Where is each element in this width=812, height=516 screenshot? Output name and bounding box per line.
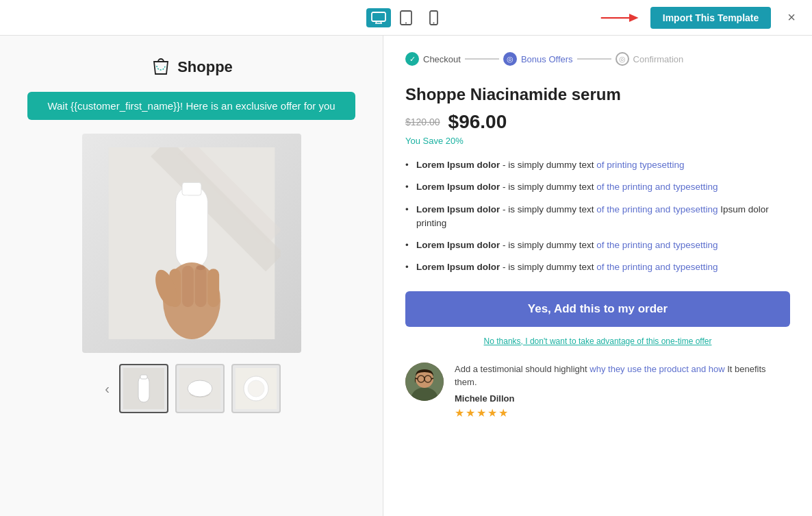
step-checkout: ✓ Checkout xyxy=(405,52,461,66)
add-to-order-button[interactable]: Yes, Add this to my order xyxy=(405,291,790,327)
step-bonus: ◎ Bonus Offers xyxy=(503,52,573,66)
close-button[interactable]: × xyxy=(782,7,801,28)
original-price: $120.00 xyxy=(405,116,440,127)
top-bar: Import This Template × xyxy=(0,0,812,36)
brand-logo: Shoppe xyxy=(150,56,233,78)
bonus-step-label: Bonus Offers xyxy=(521,54,573,64)
svg-rect-22 xyxy=(183,195,188,259)
arrow-indicator xyxy=(598,10,639,26)
savings-text: You Save 20% xyxy=(405,136,790,146)
svg-point-21 xyxy=(196,265,205,270)
offer-banner: Wait {{customer_first_name}}! Here is an… xyxy=(27,92,355,120)
confirmation-step-icon: ◎ xyxy=(616,52,629,66)
progress-steps: ✓ Checkout ◎ Bonus Offers ◎ Confirmation xyxy=(405,52,790,66)
list-item: Lorem Ipsum dolor - is simply dummy text… xyxy=(405,260,790,274)
svg-line-37 xyxy=(416,378,418,379)
checkout-step-label: Checkout xyxy=(423,54,461,64)
step-confirmation: ◎ Confirmation xyxy=(616,52,684,66)
feature-list: Lorem Ipsum dolor - is simply dummy text… xyxy=(405,158,790,275)
star-rating: ★ ★ ★ ★ ★ xyxy=(455,406,790,419)
testimonial-avatar xyxy=(405,363,444,401)
product-image-svg xyxy=(103,147,281,339)
product-title: Shoppe Niacinamide serum xyxy=(405,85,790,104)
step-line-2 xyxy=(577,58,611,60)
list-item: Lorem Ipsum dolor - is simply dummy text… xyxy=(405,158,790,172)
tablet-button[interactable] xyxy=(394,8,418,27)
svg-rect-25 xyxy=(140,375,147,379)
sale-price: $96.00 xyxy=(448,111,507,133)
svg-rect-18 xyxy=(194,266,206,308)
svg-point-5 xyxy=(405,22,407,23)
svg-point-31 xyxy=(248,380,264,397)
svg-point-7 xyxy=(433,22,434,23)
top-bar-actions: Import This Template × xyxy=(598,7,801,29)
list-item: Lorem Ipsum dolor - is simply dummy text… xyxy=(405,180,790,194)
svg-rect-24 xyxy=(138,376,149,402)
price-row: $120.00 $96.00 xyxy=(405,111,790,133)
desktop-button[interactable] xyxy=(366,8,391,27)
svg-rect-17 xyxy=(182,266,194,308)
star-4: ★ xyxy=(487,406,497,419)
list-item: Lorem Ipsum dolor - is simply dummy text… xyxy=(405,203,790,231)
star-1: ★ xyxy=(455,406,464,419)
mobile-button[interactable] xyxy=(421,8,446,27)
svg-marker-9 xyxy=(629,14,639,22)
import-template-button[interactable]: Import This Template xyxy=(650,7,772,29)
product-main-image xyxy=(82,134,301,353)
main-content: Shoppe Wait {{customer_first_name}}! Her… xyxy=(0,36,812,516)
confirmation-step-label: Confirmation xyxy=(633,54,684,64)
testimonial-name: Michele Dillon xyxy=(455,393,790,404)
svg-point-28 xyxy=(188,380,212,397)
device-selector xyxy=(366,8,446,27)
svg-rect-19 xyxy=(207,269,219,307)
thumbnail-2[interactable] xyxy=(175,364,225,413)
step-line-1 xyxy=(465,58,499,60)
svg-line-38 xyxy=(431,378,433,379)
shopping-bag-icon xyxy=(150,56,172,78)
testimonial: Add a testimonial should highlight why t… xyxy=(405,363,790,419)
list-item: Lorem Ipsum dolor - is simply dummy text… xyxy=(405,238,790,252)
svg-rect-13 xyxy=(175,186,207,269)
star-3: ★ xyxy=(477,406,486,419)
thumbnail-1[interactable] xyxy=(119,364,168,413)
svg-rect-14 xyxy=(182,182,201,195)
testimonial-quote: Add a testimonial should highlight why t… xyxy=(455,363,790,389)
bonus-step-icon: ◎ xyxy=(503,52,517,66)
right-panel: ✓ Checkout ◎ Bonus Offers ◎ Confirmation… xyxy=(383,36,812,516)
svg-rect-0 xyxy=(372,12,385,21)
thumbnail-3[interactable] xyxy=(231,364,281,413)
left-panel: Shoppe Wait {{customer_first_name}}! Her… xyxy=(0,36,383,516)
star-5: ★ xyxy=(498,406,508,419)
brand-name: Shoppe xyxy=(177,58,233,76)
testimonial-content: Add a testimonial should highlight why t… xyxy=(455,363,790,419)
decline-link[interactable]: No thanks, I don't want to take advantag… xyxy=(405,336,790,346)
checkout-step-icon: ✓ xyxy=(405,52,419,66)
thumbnails-row: ‹ xyxy=(102,364,281,413)
star-2: ★ xyxy=(466,406,475,419)
thumbnail-prev-button[interactable]: ‹ xyxy=(102,381,112,397)
